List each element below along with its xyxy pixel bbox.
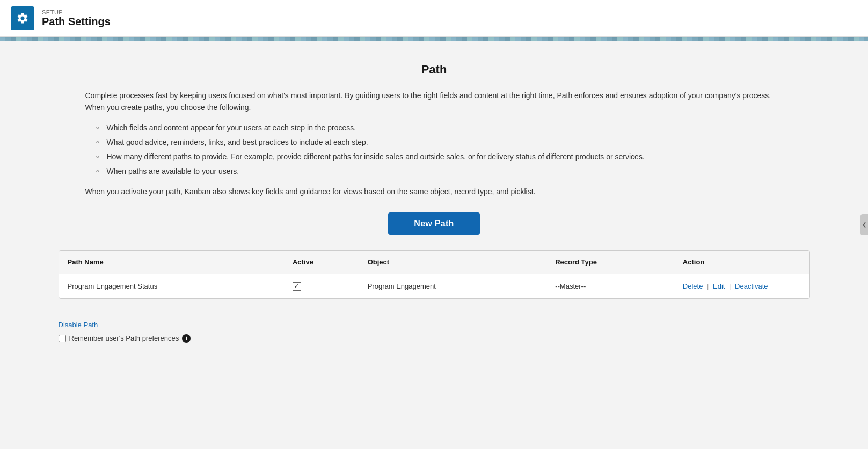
deactivate-link[interactable]: Deactivate <box>735 282 768 290</box>
sidebar-toggle[interactable]: ❮ <box>860 214 868 235</box>
section-heading: Path <box>32 63 836 77</box>
remember-pref-label: Remember user's Path preferences <box>69 334 179 342</box>
decorative-stripe <box>0 37 868 41</box>
description-intro: Complete processes fast by keeping users… <box>85 90 783 114</box>
paths-table: Path Name Active Object Record Type Acti… <box>59 251 809 298</box>
col-header-active: Active <box>284 251 359 274</box>
delete-link[interactable]: Delete <box>683 282 703 290</box>
setup-label: SETUP <box>42 9 111 16</box>
table-body: Program Engagement Status Program Engage… <box>59 274 809 298</box>
disable-path-link[interactable]: Disable Path <box>59 321 98 329</box>
col-header-path-name: Path Name <box>59 251 284 274</box>
info-icon[interactable]: i <box>182 334 191 343</box>
col-header-action: Action <box>674 251 809 274</box>
remember-pref-row: Remember user's Path preferences i <box>59 334 810 343</box>
chevron-left-icon: ❮ <box>862 222 866 227</box>
new-path-button[interactable]: New Path <box>388 212 479 235</box>
active-checkbox <box>293 282 301 291</box>
footer-area: Disable Path Remember user's Path prefer… <box>59 315 810 348</box>
bullet-item-1: Which fields and content appear for your… <box>96 122 783 134</box>
main-content: Path Complete processes fast by keeping … <box>0 41 868 437</box>
feature-list: Which fields and content appear for your… <box>96 122 783 177</box>
col-header-object: Object <box>359 251 547 274</box>
separator-1: | <box>707 282 709 290</box>
table-header-row: Path Name Active Object Record Type Acti… <box>59 251 809 274</box>
kanban-note: When you activate your path, Kanban also… <box>85 186 783 197</box>
cell-path-name: Program Engagement Status <box>59 274 284 298</box>
table-header: Path Name Active Object Record Type Acti… <box>59 251 809 274</box>
paths-table-container: Path Name Active Object Record Type Acti… <box>59 250 810 299</box>
bullet-item-2: What good advice, reminders, links, and … <box>96 137 783 148</box>
cell-action: Delete | Edit | Deactivate <box>674 274 809 298</box>
page-header: SETUP Path Settings <box>0 0 868 37</box>
bullet-item-3: How many different paths to provide. For… <box>96 151 783 163</box>
gear-icon <box>16 12 29 25</box>
description-block: Complete processes fast by keeping users… <box>85 90 783 197</box>
cell-object: Program Engagement <box>359 274 547 298</box>
setup-icon <box>11 6 34 30</box>
edit-link[interactable]: Edit <box>713 282 725 290</box>
header-text: SETUP Path Settings <box>42 9 111 28</box>
cell-active <box>284 274 359 298</box>
col-header-record-type: Record Type <box>546 251 674 274</box>
cell-record-type: --Master-- <box>546 274 674 298</box>
separator-2: | <box>729 282 731 290</box>
page-title: Path Settings <box>42 16 111 28</box>
table-row: Program Engagement Status Program Engage… <box>59 274 809 298</box>
bullet-item-4: When paths are available to your users. <box>96 166 783 177</box>
remember-pref-checkbox[interactable] <box>59 335 66 342</box>
